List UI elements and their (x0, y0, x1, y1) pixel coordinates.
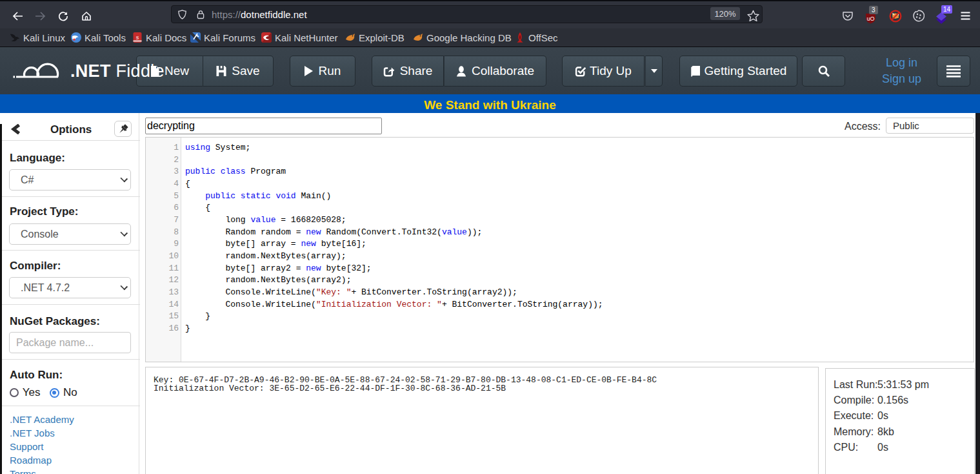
svg-text:uO: uO (866, 15, 874, 22)
svg-text:s: s (135, 35, 139, 41)
